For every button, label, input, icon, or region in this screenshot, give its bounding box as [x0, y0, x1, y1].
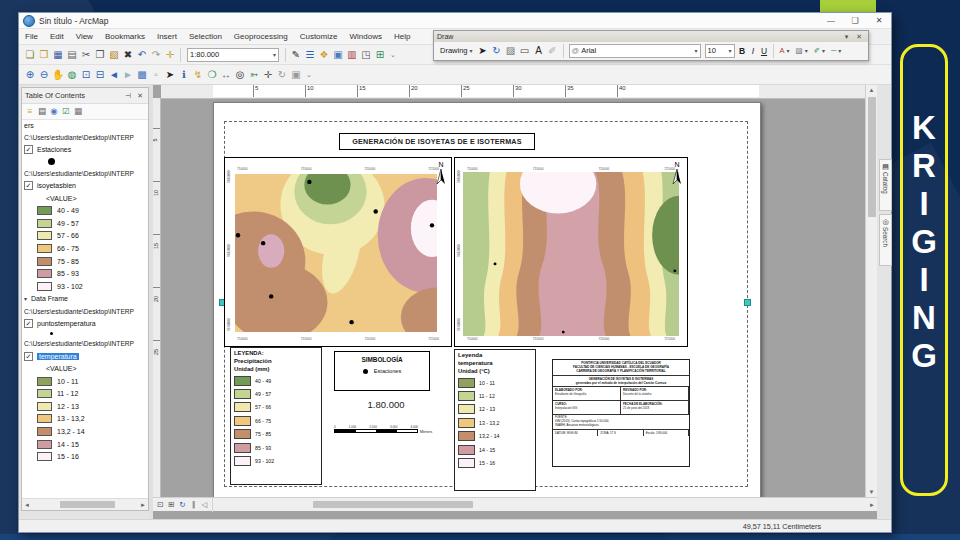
menu-item[interactable]: Help — [388, 32, 416, 41]
map-scale-combo[interactable]: 1:80.000 ▾ — [187, 48, 279, 62]
menu-item[interactable]: Selection — [183, 32, 228, 41]
underline-button[interactable]: U — [759, 46, 770, 56]
pause-drawing-button[interactable]: ∥ — [188, 497, 199, 512]
scale-text[interactable]: 1.80.000 — [334, 399, 438, 410]
toc-entry[interactable]: ▾ ✓ 13 - 13,2 — [22, 413, 148, 426]
catalog-window-icon[interactable]: ❖ — [317, 47, 331, 62]
new-document-icon[interactable]: ❏ — [23, 47, 37, 62]
drawing-menu-button[interactable]: Drawing▾ — [437, 45, 476, 56]
temperature-legend-box[interactable]: Leyenda temperatura Unidad (°C) 10 - 11 — [454, 349, 536, 491]
draw-new-rectangle-icon[interactable]: ▭ — [518, 43, 532, 58]
go-back-extent-icon[interactable]: ◄ — [107, 67, 121, 82]
add-data-icon[interactable]: ✛ — [163, 47, 177, 62]
italic-button[interactable]: I — [748, 46, 759, 56]
refresh-view-button[interactable]: ↻ — [177, 497, 188, 512]
toc-entry[interactable]: ▾ ✓ C:\Users\estudiante\Desktop\INTERP — [22, 167, 148, 179]
identify-icon[interactable]: ℹ — [177, 67, 191, 82]
toc-entry[interactable]: ▾ ✓ Data Frame — [22, 293, 148, 306]
search-window-icon[interactable]: ▣ — [331, 47, 345, 62]
toc-entry[interactable]: ▾ ✓ 93 - 102 — [22, 280, 148, 293]
html-popup-icon[interactable]: ❍ — [205, 67, 219, 82]
scrollbar-thumb[interactable] — [868, 97, 876, 217]
delete-icon[interactable]: ✖ — [121, 47, 135, 62]
menu-item[interactable]: Bookmarks — [99, 32, 151, 41]
maximize-button[interactable]: ❑ — [843, 16, 867, 25]
layout-horizontal-scrollbar[interactable]: ⊡⊞↻∥◁ ► — [153, 497, 877, 511]
toolbar-overflow-icon[interactable]: ⌄ — [306, 71, 312, 79]
open-folder-icon[interactable]: ❒ — [37, 47, 51, 62]
layer-checkbox[interactable]: ✓ — [24, 352, 33, 361]
draw-toolbar-controls[interactable]: ▾ ✕ — [845, 33, 865, 41]
toc-entry[interactable]: ▾ ✓ isoyetasbien — [22, 179, 148, 192]
toc-entry[interactable]: ▾ ✓ <VALUE> — [22, 192, 148, 205]
paste-icon[interactable]: ▧ — [107, 47, 121, 62]
draw-new-text-icon[interactable]: A — [532, 43, 546, 58]
undo-icon[interactable]: ↶ — [135, 47, 149, 62]
toc-entry[interactable]: ▾ ✓ — [22, 330, 148, 338]
highlight-color-icon[interactable]: ▨▾ — [793, 45, 811, 56]
simbologia-box[interactable]: SIMBOLOGÍA Estaciones — [334, 351, 430, 391]
isoyetas-map-frame[interactable]: 710000715000720000725000 710000715000720… — [224, 157, 452, 347]
zoom-100-button[interactable]: ⊞ — [166, 497, 177, 512]
save-icon[interactable]: ▦ — [51, 47, 65, 62]
selection-handle[interactable] — [744, 299, 751, 306]
measure-icon[interactable]: ↔ — [219, 67, 233, 82]
pen-color-icon[interactable]: ✐▾ — [811, 45, 828, 56]
draw-rotate-icon[interactable]: ↻ — [490, 43, 504, 58]
layer-checkbox[interactable]: ✓ — [24, 319, 33, 328]
close-button[interactable]: ✕ — [867, 16, 891, 25]
toc-entry[interactable]: ▾ ✓ 12 - 13 — [22, 400, 148, 413]
scroll-right-icon[interactable]: ► — [138, 502, 148, 508]
refresh-icon[interactable]: ↻ — [275, 67, 289, 82]
list-by-source-icon[interactable]: ▤ — [36, 104, 48, 119]
toc-entry[interactable]: ▾ ✓ 85 - 93 — [22, 267, 148, 280]
toc-entry[interactable]: ▾ ✓ temperatura — [22, 350, 148, 363]
cut-icon[interactable]: ✂ — [79, 47, 93, 62]
table-of-contents-icon[interactable]: ☰ — [303, 47, 317, 62]
go-to-xy-icon[interactable]: ✛ — [261, 67, 275, 82]
font-size-combo[interactable]: 10 ▾ — [705, 44, 735, 58]
find-icon[interactable]: ◎ — [233, 67, 247, 82]
draw-select-elements-icon[interactable]: ➤ — [476, 43, 490, 58]
font-color-icon[interactable]: A▾ — [777, 45, 793, 56]
layout-page[interactable]: GENERACIÓN DE ISOYETAS DE E ISOTERMAS 71… — [213, 102, 761, 497]
list-by-selection-icon[interactable]: ☑ — [60, 104, 72, 119]
scrollbar-thumb[interactable] — [313, 501, 473, 508]
toc-entry[interactable]: ▾ ✓ C:\Users\estudiante\Desktop\INTERP — [22, 132, 148, 144]
menu-item[interactable]: Edit — [44, 32, 70, 41]
toc-horizontal-scrollbar[interactable]: ◄ ► — [22, 498, 148, 510]
menu-item[interactable]: File — [19, 32, 44, 41]
go-forward-extent-icon[interactable]: ► — [121, 67, 135, 82]
layout-vertical-scrollbar[interactable]: ▲ ▼ — [865, 85, 877, 497]
toc-entry[interactable]: ▾ ✓ 40 - 49 — [22, 204, 148, 217]
scroll-up-icon[interactable]: ▲ — [869, 85, 875, 95]
toc-entry[interactable]: ▾ ✓ 57 - 66 — [22, 230, 148, 243]
toc-entry[interactable]: ▾ ✓ 15 - 16 — [22, 450, 148, 463]
toc-entry[interactable]: ▾ ✓ <VALUE> — [22, 362, 148, 375]
model-builder-icon[interactable]: ⊞ — [373, 47, 387, 62]
list-by-visibility-icon[interactable]: ◉ — [48, 104, 60, 119]
isotermas-map-frame[interactable]: 710000715000720000725000 710000715000720… — [454, 157, 688, 347]
fixed-zoom-out-icon[interactable]: ⊟ — [93, 67, 107, 82]
toc-entry[interactable]: ▾ ✓ 10 - 11 — [22, 375, 148, 388]
python-window-icon[interactable]: ◳ — [359, 47, 373, 62]
editor-toolbar-icon[interactable]: ✎ — [289, 47, 303, 62]
draw-edit-vertices-icon[interactable]: ✐ — [546, 43, 560, 58]
bold-button[interactable]: B — [737, 46, 748, 56]
find-route-icon[interactable]: ➳ — [247, 67, 261, 82]
search-tab[interactable]: ◎ Search — [879, 214, 892, 266]
toc-entry[interactable]: ▾ ✓ 75 - 85 — [22, 255, 148, 268]
toc-entry[interactable]: ▾ ✓ C:\Users\estudiante\Desktop\INTERP — [22, 305, 148, 317]
menu-item[interactable]: Insert — [151, 32, 183, 41]
font-family-combo[interactable]: @ Arial ▾ — [569, 44, 701, 58]
full-extent-icon[interactable]: ◍ — [65, 67, 79, 82]
map-title-box[interactable]: GENERACIÓN DE ISOYETAS DE E ISOTERMAS — [339, 133, 535, 150]
toolbar-overflow-icon[interactable]: ⌄ — [390, 51, 396, 59]
line-color-icon[interactable]: ─▾ — [828, 45, 844, 56]
copy-icon[interactable]: ❐ — [93, 47, 107, 62]
hyperlink-icon[interactable]: ↯ — [191, 67, 205, 82]
toc-entry[interactable]: ▾ ✓ Estaciones — [22, 144, 148, 157]
menu-item[interactable]: Geoprocessing — [228, 32, 294, 41]
scrollbar-thumb[interactable] — [60, 501, 115, 508]
close-icon[interactable]: ✕ — [137, 92, 145, 99]
